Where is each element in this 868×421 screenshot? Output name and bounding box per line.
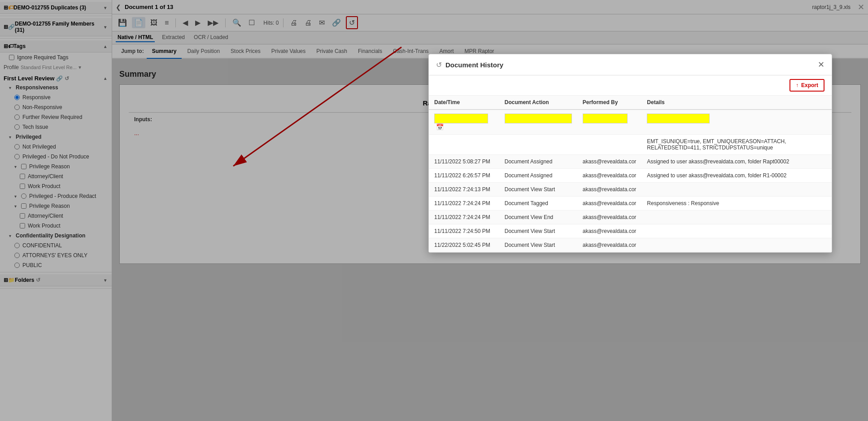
export-button[interactable]: ↑ Export	[789, 79, 824, 92]
cell-details-4: Responsiveness : Responsive	[641, 197, 832, 210]
cell-performed_by-4: akass@revealdata.cor	[577, 197, 642, 210]
table-row: 11/11/2022 7:24:50 PMDocument View Start…	[429, 224, 832, 238]
cell-datetime-2: 11/11/2022 6:26:57 PM	[429, 169, 499, 183]
cell-datetime-7: 11/22/2022 5:02:45 PM	[429, 238, 499, 252]
cell-performed_by-1: akass@revealdata.cor	[577, 155, 642, 169]
document-history-modal: ↺ Document History ✕ ↑ Export Date/Time …	[428, 54, 832, 253]
table-row: 11/11/2022 5:08:27 PMDocument Assignedak…	[429, 155, 832, 169]
modal-toolbar: ↑ Export	[429, 75, 832, 96]
table-row: 11/11/2022 6:26:57 PMDocument Assignedak…	[429, 169, 832, 183]
modal-close-btn[interactable]: ✕	[818, 60, 824, 70]
cell-details-2: Assigned to user akass@revealdata.com, f…	[641, 169, 832, 183]
modal-body: Date/Time Document Action Performed By D…	[429, 96, 832, 252]
cell-action-5: Document View End	[499, 210, 577, 224]
filter-by-cell	[577, 110, 642, 135]
filter-datetime-input[interactable]	[434, 114, 488, 123]
cell-details-5	[641, 210, 832, 224]
cell-datetime-6: 11/11/2022 7:24:50 PM	[429, 224, 499, 238]
export-icon: ↑	[796, 82, 798, 88]
table-row: 11/11/2022 7:24:13 PMDocument View Start…	[429, 183, 832, 197]
cell-datetime-0	[429, 135, 499, 155]
filter-details-cell	[641, 110, 832, 135]
cell-datetime-5: 11/11/2022 7:24:24 PM	[429, 210, 499, 224]
cell-action-2: Document Assigned	[499, 169, 577, 183]
cell-details-3	[641, 183, 832, 197]
cell-action-7: Document View Start	[499, 238, 577, 252]
cell-performed_by-0	[577, 135, 642, 155]
cell-action-1: Document Assigned	[499, 155, 577, 169]
history-table-body: EMT_ISUNIQUE=true, EMT_UNIQUEREASON=ATTA…	[429, 135, 832, 252]
table-row: 11/22/2022 5:02:45 PMDocument View Start…	[429, 238, 832, 252]
calendar-icon[interactable]: 📅	[436, 123, 444, 131]
table-row: 11/11/2022 7:24:24 PMDocument Taggedakas…	[429, 197, 832, 210]
filter-datetime-cell: 📅	[429, 110, 499, 135]
filter-row: 📅	[429, 110, 832, 135]
filter-details-input[interactable]	[647, 114, 710, 123]
modal-backdrop: ↺ Document History ✕ ↑ Export Date/Time …	[0, 0, 868, 421]
col-details: Details	[641, 96, 832, 110]
cell-performed_by-7: akass@revealdata.cor	[577, 238, 642, 252]
cell-performed_by-6: akass@revealdata.cor	[577, 224, 642, 238]
cell-details-7	[641, 238, 832, 252]
cell-performed_by-3: akass@revealdata.cor	[577, 183, 642, 197]
export-label: Export	[801, 82, 818, 88]
cell-datetime-1: 11/11/2022 5:08:27 PM	[429, 155, 499, 169]
cell-performed_by-5: akass@revealdata.cor	[577, 210, 642, 224]
cell-action-3: Document View Start	[499, 183, 577, 197]
cell-action-6: Document View Start	[499, 224, 577, 238]
filter-action-input[interactable]	[505, 114, 572, 123]
cell-details-1: Assigned to user akass@revealdata.com, f…	[641, 155, 832, 169]
cell-details-6	[641, 224, 832, 238]
cell-performed_by-2: akass@revealdata.cor	[577, 169, 642, 183]
cell-action-4: Document Tagged	[499, 197, 577, 210]
col-performed-by: Performed By	[577, 96, 642, 110]
history-icon: ↺	[436, 61, 442, 69]
modal-title: Document History	[445, 61, 503, 69]
history-table: Date/Time Document Action Performed By D…	[429, 96, 832, 252]
col-action: Document Action	[499, 96, 577, 110]
table-row: 11/11/2022 7:24:24 PMDocument View Endak…	[429, 210, 832, 224]
filter-by-input[interactable]	[583, 114, 628, 123]
cell-details-0: EMT_ISUNIQUE=true, EMT_UNIQUEREASON=ATTA…	[641, 135, 832, 155]
table-row: EMT_ISUNIQUE=true, EMT_UNIQUEREASON=ATTA…	[429, 135, 832, 155]
modal-header: ↺ Document History ✕	[429, 54, 832, 75]
filter-action-cell	[499, 110, 577, 135]
cell-action-0	[499, 135, 577, 155]
cell-datetime-3: 11/11/2022 7:24:13 PM	[429, 183, 499, 197]
cell-datetime-4: 11/11/2022 7:24:24 PM	[429, 197, 499, 210]
col-datetime: Date/Time	[429, 96, 499, 110]
